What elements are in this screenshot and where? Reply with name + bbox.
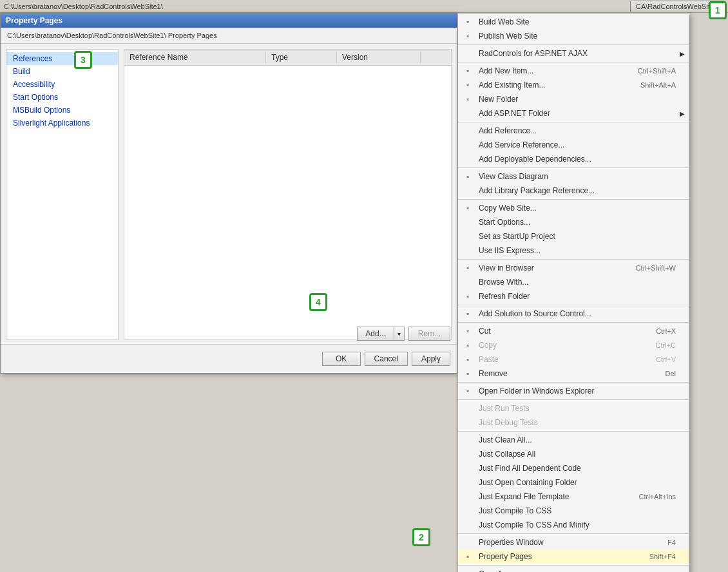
paste-icon: ▪ [461, 355, 475, 364]
references-table: Reference Name Type Version [124, 49, 452, 340]
menu-item-just-find-dependent[interactable]: Just Find All Dependent Code [458, 461, 689, 475]
add-deployable-dep-label: Add Deployable Dependencies... [479, 155, 591, 164]
dialog-title-text: Property Pages [6, 16, 62, 25]
add-solution-source-label: Add Solution to Source Control... [479, 309, 591, 318]
menu-item-copy-web-site[interactable]: ▪Copy Web Site... [458, 201, 689, 215]
menu-item-add-library-package[interactable]: Add Library Package Reference... [458, 184, 689, 198]
menu-item-view-class-diagram[interactable]: ▪View Class Diagram [458, 169, 689, 184]
menu-item-view-in-browser[interactable]: ▪View in BrowserCtrl+Shift+W [458, 261, 689, 275]
menu-item-add-existing-item[interactable]: ▪Add Existing Item...Shift+Alt+A [458, 78, 689, 92]
properties-window-label: Properties Window [479, 538, 544, 547]
menu-item-add-service-reference[interactable]: Add Service Reference... [458, 138, 689, 152]
col-type: Type [266, 52, 337, 63]
menu-item-browse-with[interactable]: Browse With... [458, 275, 689, 289]
remove-label: Remove [479, 369, 508, 378]
nav-item-msbuild[interactable]: MSBuild Options [6, 104, 118, 117]
dialog-body: References Build Accessibility Start Opt… [1, 44, 457, 345]
menu-item-add-deployable-dep[interactable]: Add Deployable Dependencies... [458, 152, 689, 166]
remove-button[interactable]: Rem... [408, 327, 450, 341]
badge-1: 1 [709, 1, 727, 19]
menu-item-just-compile-css[interactable]: Just Compile To CSS [458, 504, 689, 518]
menu-item-just-run-tests: Just Run Tests [458, 401, 689, 415]
ok-button[interactable]: OK [322, 352, 361, 366]
menu-item-copy: ▪CopyCtrl+C [458, 338, 689, 352]
menu-separator [458, 322, 689, 323]
just-compile-css-minify-label: Just Compile To CSS And Minify [479, 520, 589, 529]
menu-item-open-folder-explorer[interactable]: ▪Open Folder in Windows Explorer [458, 384, 689, 398]
breadcrumb-text: C:\Users\bratanov\Desktop\RadControlsWeb… [7, 32, 217, 39]
add-dropdown: Add... ▾ [357, 327, 404, 341]
property-pages-dialog: Property Pages C:\Users\bratanov\Desktop… [0, 13, 457, 374]
nav-item-references[interactable]: References [6, 52, 118, 65]
menu-separator [458, 533, 689, 534]
menu-item-just-collapse-all[interactable]: Just Collapse All [458, 447, 689, 461]
cancel-button[interactable]: Cancel [365, 352, 408, 366]
build-web-site-icon: ▪ [461, 17, 475, 26]
menu-item-new-folder[interactable]: ▪New Folder [458, 92, 689, 106]
menu-separator [458, 399, 689, 400]
add-aspnet-folder-label: Add ASP.NET Folder [479, 109, 550, 118]
menu-item-start-options[interactable]: Start Options... [458, 215, 689, 229]
menu-item-just-debug-tests: Just Debug Tests [458, 415, 689, 430]
open-folder-explorer-label: Open Folder in Windows Explorer [479, 386, 594, 396]
paste-label: Paste [479, 355, 499, 364]
menu-item-add-new-item[interactable]: ▪Add New Item...Ctrl+Shift+A [458, 64, 689, 78]
properties-window-shortcut: F4 [655, 539, 676, 546]
copy-icon: ▪ [461, 341, 475, 350]
add-dropdown-arrow[interactable]: ▾ [394, 327, 405, 341]
view-class-diagram-icon: ▪ [461, 172, 475, 181]
menu-item-remove[interactable]: ▪RemoveDel [458, 367, 689, 381]
badge-3: 3 [74, 51, 92, 69]
just-expand-template-shortcut: Ctrl+Alt+Ins [626, 493, 676, 500]
menu-item-just-compile-css-minify[interactable]: Just Compile To CSS And Minify [458, 518, 689, 532]
just-expand-template-label: Just Expand File Template [479, 492, 570, 501]
menu-item-add-reference[interactable]: Add Reference... [458, 124, 689, 138]
menu-separator [458, 44, 689, 45]
new-folder-label: New Folder [479, 95, 518, 104]
menu-item-cut[interactable]: ▪CutCtrl+X [458, 324, 689, 338]
just-collapse-all-label: Just Collapse All [479, 450, 535, 459]
menu-item-refresh-folder[interactable]: ▪Refresh Folder [458, 289, 689, 303]
menu-separator [458, 199, 689, 200]
menu-item-just-expand-template[interactable]: Just Expand File TemplateCtrl+Alt+Ins [458, 490, 689, 504]
add-reference-label: Add Reference... [479, 126, 537, 135]
nav-item-silverlight[interactable]: Silverlight Applications [6, 117, 118, 129]
menu-item-open-access[interactable]: OpenAccess▶ [458, 567, 689, 572]
menu-item-add-solution-source[interactable]: ▪Add Solution to Source Control... [458, 307, 689, 321]
nav-item-accessibility[interactable]: Accessibility [6, 78, 118, 91]
menu-item-paste: ▪PasteCtrl+V [458, 352, 689, 367]
path-bar: C:\Users\bratanov\Desktop\RadControlsWeb… [0, 0, 644, 13]
start-options-label: Start Options... [479, 218, 530, 227]
menu-separator [458, 259, 689, 260]
dialog-title: Property Pages [1, 14, 457, 28]
menu-item-properties-window[interactable]: Properties WindowF4 [458, 535, 689, 549]
menu-item-build-web-site[interactable]: ▪Build Web Site [458, 15, 689, 29]
menu-item-property-pages[interactable]: ▪Property PagesShift+F4 [458, 549, 689, 564]
menu-item-just-clean-all[interactable]: Just Clean All... [458, 433, 689, 447]
refresh-folder-label: Refresh Folder [479, 292, 530, 301]
nav-item-start-options[interactable]: Start Options [6, 91, 118, 104]
menu-separator [458, 122, 689, 122]
view-in-browser-label: View in Browser [479, 263, 534, 272]
just-open-containing-label: Just Open Containing Folder [479, 478, 577, 487]
browse-with-label: Browse With... [479, 278, 528, 287]
col-reference-name: Reference Name [124, 52, 266, 63]
apply-button[interactable]: Apply [412, 352, 450, 366]
radcontrols-asp-arrow-icon: ▶ [680, 50, 685, 57]
just-run-tests-label: Just Run Tests [479, 404, 529, 413]
just-find-dependent-label: Just Find All Dependent Code [479, 464, 581, 473]
menu-item-use-iis-express[interactable]: Use IIS Express... [458, 243, 689, 258]
menu-item-add-aspnet-folder[interactable]: Add ASP.NET Folder▶ [458, 106, 689, 120]
badge-2: 2 [412, 528, 430, 546]
menu-separator [458, 382, 689, 383]
menu-item-radcontrols-asp[interactable]: RadControls for ASP.NET AJAX▶ [458, 46, 689, 61]
property-pages-icon: ▪ [461, 552, 475, 561]
add-button[interactable]: Add... [357, 327, 393, 341]
nav-item-build[interactable]: Build [6, 65, 118, 78]
col-version: Version [337, 52, 421, 63]
menu-item-just-open-containing[interactable]: Just Open Containing Folder [458, 475, 689, 490]
context-menu: ▪Build Web Site▪Publish Web SiteRadContr… [457, 13, 689, 572]
menu-item-publish-web-site[interactable]: ▪Publish Web Site [458, 29, 689, 43]
menu-item-set-startup[interactable]: Set as StartUp Project [458, 229, 689, 243]
open-access-label: OpenAccess [479, 569, 522, 572]
